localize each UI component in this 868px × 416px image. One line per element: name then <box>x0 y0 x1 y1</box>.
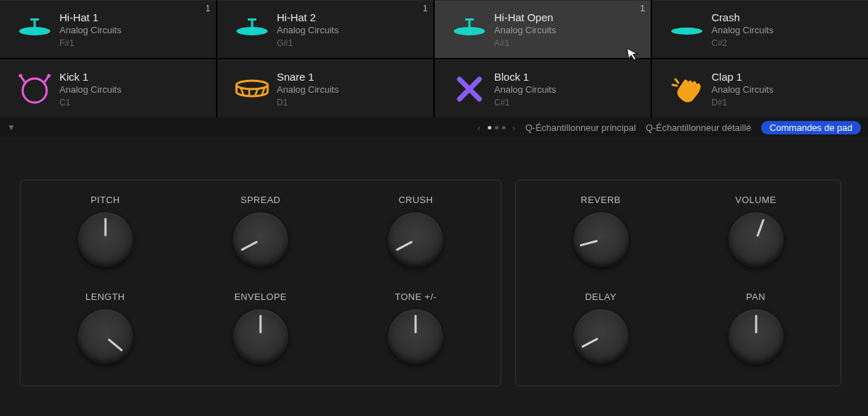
pad-engine: Analog Circuits <box>59 25 206 35</box>
pad-note: A#1 <box>494 38 641 48</box>
page-prev[interactable]: ‹ <box>477 122 480 133</box>
page-nav: ‹ › <box>477 122 515 133</box>
pad-note: F#1 <box>59 38 206 48</box>
tab-sampler-main[interactable]: Q-Échantillonneur principal <box>525 122 636 133</box>
knob-dial[interactable] <box>233 309 288 364</box>
pad-name: Crash <box>712 11 858 23</box>
svg-point-9 <box>671 28 702 35</box>
pad-engine: Analog Circuits <box>712 84 858 95</box>
pad-name: Hi-Hat Open <box>494 11 641 23</box>
svg-rect-5 <box>248 18 256 21</box>
knob-dial[interactable] <box>78 212 133 267</box>
knob-label: REVERB <box>581 195 620 205</box>
pad-hi-hat-open[interactable]: Hi-Hat Open Analog Circuits A#1 1 <box>435 0 651 58</box>
knob-dial[interactable] <box>78 309 133 364</box>
svg-rect-1 <box>34 20 36 30</box>
hihat-icon <box>10 16 59 44</box>
pad-note: C#2 <box>712 38 858 48</box>
knob-dial[interactable] <box>729 309 784 364</box>
knob-dial[interactable] <box>573 309 629 364</box>
pad-name: Snare 1 <box>277 71 423 83</box>
pad-group-badge: 1 <box>423 4 428 13</box>
knob-label: PITCH <box>91 195 120 205</box>
pad-note: G#1 <box>277 38 423 48</box>
mix-panel: REVERB VOLUME DELAY PAN <box>515 180 841 386</box>
block-icon <box>445 75 494 103</box>
knob-dial[interactable] <box>388 212 443 267</box>
knob-delay: DELAY <box>573 291 629 364</box>
pad-name: Hi-Hat 1 <box>59 11 206 23</box>
pad-engine: Analog Circuits <box>712 25 858 35</box>
svg-point-13 <box>19 74 23 77</box>
pad-name: Clap 1 <box>712 71 858 83</box>
knob-length: LENGTH <box>78 291 133 364</box>
knob-label: TONE +/- <box>395 291 437 302</box>
svg-line-23 <box>673 85 677 86</box>
knob-spread: SPREAD <box>233 195 288 267</box>
knob-label: DELAY <box>585 291 616 302</box>
svg-rect-2 <box>30 18 39 21</box>
clap-icon <box>662 75 712 103</box>
svg-rect-7 <box>469 20 471 30</box>
pad-name: Hi-Hat 2 <box>277 11 423 23</box>
knob-dial[interactable] <box>573 212 629 267</box>
pad-name: Block 1 <box>494 71 641 83</box>
pad-engine: Analog Circuits <box>494 84 641 95</box>
cymbal-icon <box>662 16 712 44</box>
page-next[interactable]: › <box>513 122 515 133</box>
pad-note: D#1 <box>712 98 858 108</box>
pad-grid: Hi-Hat 1 Analog Circuits F#1 1 Hi-Hat 2 … <box>0 0 868 117</box>
knob-pitch: PITCH <box>78 195 133 267</box>
knob-label: PAN <box>746 291 765 302</box>
svg-point-10 <box>23 79 47 103</box>
pad-engine: Analog Circuits <box>277 84 423 95</box>
knob-label: CRUSH <box>399 195 433 205</box>
knob-tone-: TONE +/- <box>388 291 443 364</box>
knob-volume: VOLUME <box>729 195 784 267</box>
pad-engine: Analog Circuits <box>494 25 641 35</box>
knob-crush: CRUSH <box>388 195 443 267</box>
knob-envelope: ENVELOPE <box>233 291 288 364</box>
pad-note: D1 <box>277 98 423 108</box>
pad-group-badge: 1 <box>640 4 645 13</box>
svg-point-14 <box>47 74 51 77</box>
knob-reverb: REVERB <box>573 195 629 267</box>
knob-dial[interactable] <box>729 212 784 267</box>
tab-sampler-detail[interactable]: Q-Échantillonneur détaillé <box>646 122 751 133</box>
knob-label: VOLUME <box>736 195 777 205</box>
disclosure-triangle[interactable]: ▼ <box>7 122 16 132</box>
pad-kick-1[interactable]: Kick 1 Analog Circuits C1 <box>0 59 216 117</box>
pad-hi-hat-1[interactable]: Hi-Hat 1 Analog Circuits F#1 1 <box>0 0 216 58</box>
pad-hi-hat-2[interactable]: Hi-Hat 2 Analog Circuits G#1 1 <box>217 0 433 58</box>
knob-dial[interactable] <box>388 309 443 364</box>
kick-icon <box>10 74 59 105</box>
knob-dial[interactable] <box>233 212 288 267</box>
svg-line-22 <box>675 79 678 83</box>
sound-panel: PITCH SPREAD CRUSH LENGTH ENVELOPE TONE … <box>20 180 501 386</box>
svg-rect-4 <box>251 20 253 30</box>
controls-area: PITCH SPREAD CRUSH LENGTH ENVELOPE TONE … <box>0 137 868 400</box>
tab-pad-commands[interactable]: Commandes de pad <box>761 121 861 134</box>
pad-snare-1[interactable]: Snare 1 Analog Circuits D1 <box>217 59 433 117</box>
hihat-icon <box>227 16 277 44</box>
pad-crash[interactable]: Crash Analog Circuits C#2 <box>652 0 868 58</box>
svg-rect-8 <box>465 18 474 21</box>
knob-label: ENVELOPE <box>234 291 287 302</box>
knob-label: LENGTH <box>86 291 125 302</box>
pad-name: Kick 1 <box>59 71 206 83</box>
pad-group-badge: 1 <box>205 4 210 13</box>
pad-engine: Analog Circuits <box>59 84 206 95</box>
pad-note: C1 <box>59 98 206 108</box>
pad-note: C#1 <box>494 98 641 108</box>
pad-block-1[interactable]: Block 1 Analog Circuits C#1 <box>435 59 651 117</box>
page-dots[interactable] <box>488 126 506 129</box>
pad-clap-1[interactable]: Clap 1 Analog Circuits D#1 <box>652 59 868 117</box>
snare-icon <box>227 76 277 102</box>
pad-engine: Analog Circuits <box>277 25 423 35</box>
hihat-icon <box>445 16 494 44</box>
knob-pan: PAN <box>729 291 784 364</box>
knob-label: SPREAD <box>241 195 280 205</box>
pad-toolbar: ▼ ‹ › Q-Échantillonneur principal Q-Écha… <box>0 117 868 137</box>
